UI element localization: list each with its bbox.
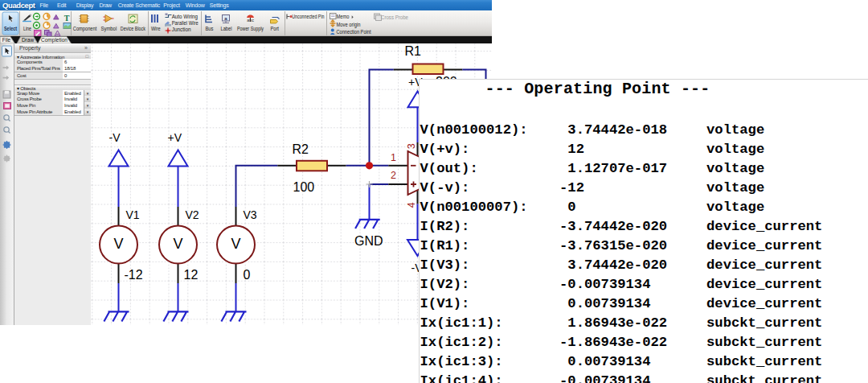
svg-text:-V: -V — [109, 131, 121, 144]
svg-text:+V: +V — [168, 131, 182, 144]
svg-text:Select: Select — [4, 26, 18, 31]
svg-text:Label: Label — [221, 26, 232, 31]
svg-text:100: 100 — [293, 180, 315, 194]
svg-text:Wire: Wire — [151, 26, 161, 31]
svg-text:Auto Wiring: Auto Wiring — [172, 14, 198, 20]
svg-text:V1: V1 — [126, 208, 140, 221]
svg-text:T: T — [64, 14, 70, 23]
svg-text:Parallel Wire: Parallel Wire — [172, 20, 199, 26]
svg-text:R1: R1 — [405, 44, 422, 58]
svg-text:Bus: Bus — [206, 26, 214, 31]
svg-text:V3: V3 — [244, 208, 257, 221]
svg-text:GND: GND — [354, 234, 383, 248]
svg-text:4: 4 — [406, 202, 417, 208]
svg-text:Junction: Junction — [172, 27, 191, 32]
svg-text:Symbol: Symbol — [101, 26, 117, 32]
svg-text:Line: Line — [23, 26, 31, 31]
svg-text:R2: R2 — [293, 142, 309, 156]
svg-text:Power Supply: Power Supply — [237, 26, 264, 32]
svg-text:V: V — [113, 236, 123, 252]
svg-text:Device Block: Device Block — [121, 26, 146, 31]
svg-text:Port: Port — [271, 26, 279, 31]
svg-text:1: 1 — [391, 152, 396, 163]
svg-text:Cross Probe: Cross Probe — [381, 14, 408, 20]
svg-text:-12: -12 — [125, 268, 143, 282]
svg-text:V: V — [231, 236, 240, 252]
svg-text:Component: Component — [73, 26, 97, 32]
svg-text:V: V — [173, 236, 182, 252]
svg-text:Memo: Memo — [337, 14, 350, 19]
svg-text:Unconnected Pin: Unconnected Pin — [292, 14, 324, 19]
svg-text:V2: V2 — [186, 208, 199, 221]
svg-text:2: 2 — [391, 170, 396, 181]
svg-text:abc: abc — [247, 18, 254, 23]
svg-text:0: 0 — [244, 268, 251, 282]
svg-text:Completion: Completion — [41, 37, 68, 43]
svg-text:12: 12 — [184, 268, 199, 282]
svg-text:Move origin: Move origin — [337, 22, 361, 28]
svg-text:Draw: Draw — [22, 37, 34, 43]
svg-text:File: File — [2, 37, 11, 43]
svg-text:Connection Point: Connection Point — [337, 29, 371, 35]
svg-text:3: 3 — [406, 143, 417, 149]
